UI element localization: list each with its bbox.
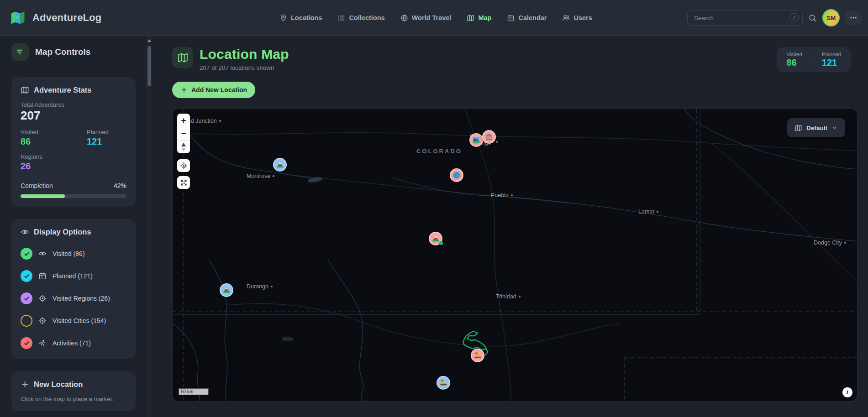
- eye-icon: [38, 250, 47, 258]
- option-label: Activities (71): [53, 339, 91, 347]
- display-option-visited[interactable]: Visited (86): [21, 248, 126, 260]
- brand[interactable]: AdventureLog: [9, 0, 102, 36]
- nav-item-calendar[interactable]: Calendar: [507, 14, 547, 22]
- total-adventures-value: 207: [21, 109, 126, 122]
- city-dot: [519, 296, 521, 297]
- runner-icon: [38, 339, 47, 347]
- map-marker-boot[interactable]: [437, 376, 450, 390]
- display-option-planned[interactable]: Planned (121): [21, 270, 126, 282]
- map-icon: [794, 124, 802, 132]
- adventure-stats-card: Adventure Stats Total Adventures 207 Vis…: [11, 77, 136, 207]
- zoom-out-button[interactable]: −: [177, 127, 190, 140]
- map-marker-mountain[interactable]: [220, 283, 233, 297]
- map-icon: [21, 86, 29, 94]
- search-icon[interactable]: [808, 14, 817, 22]
- header-right-group: / SM: [687, 0, 862, 36]
- stats-card-title: Adventure Stats: [34, 86, 92, 94]
- map-marker-mountain[interactable]: [429, 232, 442, 245]
- target-icon: [38, 294, 47, 302]
- nav-item-label: Locations: [291, 14, 322, 21]
- nav-item-collections[interactable]: Collections: [337, 14, 384, 22]
- option-label: Visited Cities (154): [53, 317, 106, 324]
- badge-visited-value: 86: [786, 58, 802, 68]
- map-icon: [467, 14, 474, 22]
- fullscreen-icon: [180, 179, 188, 187]
- search-box[interactable]: /: [687, 10, 803, 26]
- app-logo-icon: [9, 9, 26, 26]
- city-dot: [273, 175, 274, 177]
- completion-progressbar: [21, 194, 126, 198]
- target-icon: [38, 317, 47, 325]
- filter-icon: [11, 43, 29, 61]
- region-dot: [439, 241, 443, 245]
- map-label-dodge-city: Dodge City: [814, 240, 846, 246]
- location-map[interactable]: Grand JunctionMontroseCOLORADOColorado S…: [172, 109, 857, 401]
- basemap-label: Default: [806, 125, 827, 131]
- top-navbar: AdventureLog Locations Collections World…: [0, 0, 868, 36]
- add-new-location-button[interactable]: Add New Location: [172, 82, 255, 98]
- map-label-colorado: COLORADO: [416, 148, 462, 155]
- checkbox-planned[interactable]: [21, 270, 32, 282]
- checkbox-visited-regions[interactable]: [21, 292, 32, 304]
- map-controls-sidebar: Map Controls Adventure Stats Total Adven…: [0, 36, 146, 417]
- nav-item-users[interactable]: Users: [562, 14, 592, 22]
- sidebar-header: Map Controls: [11, 43, 136, 61]
- nav-item-label: Map: [478, 14, 491, 21]
- map-marker-building[interactable]: [482, 130, 496, 144]
- locate-me-button[interactable]: [177, 159, 190, 172]
- checkbox-visited-cities[interactable]: [21, 315, 32, 327]
- sidebar-scrollbar[interactable]: [146, 36, 152, 417]
- badge-visited-label: Visited: [786, 52, 802, 57]
- compass-button[interactable]: [177, 140, 190, 153]
- total-adventures-label: Total Adventures: [21, 101, 126, 108]
- nav-item-map[interactable]: Map: [467, 14, 491, 22]
- map-marker-park[interactable]: [469, 133, 483, 147]
- map-marker-mountain[interactable]: [273, 158, 287, 172]
- checkbox-activities[interactable]: [21, 337, 32, 349]
- main-content: Location Map 207 of 207 locations shown …: [152, 36, 868, 417]
- nav-item-locations[interactable]: Locations: [279, 14, 322, 22]
- nav-item-world-travel[interactable]: World Travel: [400, 14, 452, 22]
- overflow-menu-button[interactable]: [845, 10, 862, 25]
- option-label: Visited Regions (26): [53, 295, 110, 302]
- avatar[interactable]: SM: [822, 9, 840, 26]
- users-icon: [562, 14, 570, 22]
- nav-item-label: Users: [573, 14, 592, 21]
- map-marker-boot[interactable]: [471, 349, 484, 362]
- scrollbar-up-arrow[interactable]: [147, 39, 151, 42]
- display-option-visited-cities[interactable]: Visited Cities (154): [21, 315, 126, 327]
- completion-fill: [21, 194, 65, 198]
- city-dot: [511, 194, 513, 196]
- completion-label: Completion: [21, 182, 53, 189]
- display-option-visited-regions[interactable]: Visited Regions (26): [21, 292, 126, 304]
- badge-planned-label: Planned: [822, 52, 841, 57]
- page-title: Location Map: [200, 47, 289, 62]
- page-subtitle: 207 of 207 locations shown: [200, 64, 289, 71]
- city-dot: [219, 120, 221, 122]
- fullscreen-button[interactable]: [177, 176, 190, 189]
- city-dot: [844, 242, 846, 244]
- map-label-pueblo: Pueblo: [491, 192, 513, 198]
- city-dot: [496, 141, 498, 143]
- map-scale-bar: 50 km: [179, 388, 209, 395]
- compass-north-icon: [181, 143, 186, 146]
- city-dot: [657, 211, 658, 213]
- list-icon: [337, 14, 345, 22]
- compass-south-icon: [181, 148, 186, 151]
- basemap-selector[interactable]: Default: [787, 118, 845, 137]
- zoom-in-button[interactable]: +: [177, 114, 190, 127]
- zoom-control-panel: + −: [177, 114, 190, 153]
- map-label-trinidad: Trinidad: [496, 293, 521, 300]
- attribution-button[interactable]: i: [842, 387, 852, 397]
- scrollbar-thumb[interactable]: [147, 46, 151, 86]
- checkbox-visited[interactable]: [21, 248, 32, 260]
- calendar-icon: [38, 272, 47, 280]
- display-option-activities[interactable]: Activities (71): [21, 337, 126, 349]
- regions-value: 26: [21, 162, 126, 171]
- map-marker-globe[interactable]: [450, 168, 463, 182]
- sidebar-title: Map Controls: [35, 47, 90, 57]
- search-input[interactable]: [693, 14, 786, 22]
- map-label-montrose: Montrose: [247, 173, 274, 179]
- completion-percent: 42%: [114, 182, 126, 189]
- map-label-durango: Durango: [247, 283, 273, 290]
